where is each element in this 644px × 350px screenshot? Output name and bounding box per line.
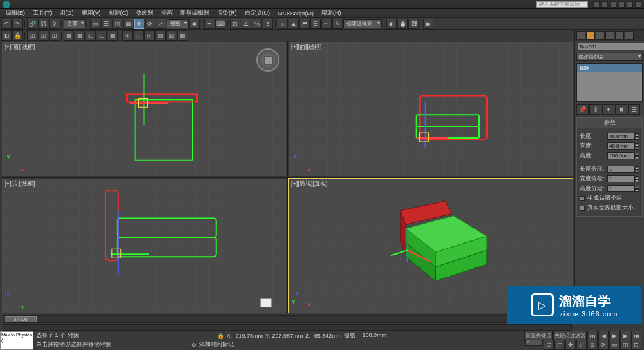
time-slider[interactable]: 0 / 100 [3,315,572,323]
real-world-checkbox[interactable] [580,206,585,211]
spinner-snap-button[interactable]: 3 [263,19,273,29]
selection-lock-button[interactable]: 🔒 [12,30,23,41]
percent-snap-button[interactable]: % [252,19,262,29]
icon-4[interactable] [618,1,625,8]
menu-tools[interactable]: 工具(T) [30,9,55,17]
menu-customize[interactable]: 自定义(U) [242,9,274,17]
nav-2[interactable]: ✥ [565,340,576,350]
curve-editor-button[interactable]: 〰 [321,19,332,29]
time-config-button[interactable]: ⏱ [544,340,554,350]
nav-6[interactable]: ▭ [609,340,620,350]
rendered-frame-button[interactable]: 🖼 [408,19,419,29]
unique-button[interactable]: ✦ [602,104,614,115]
maxscript-listener[interactable]: Max to Physics ( [0,331,33,350]
pin-stack-button[interactable]: 📌 [576,104,589,115]
add-time-tag[interactable]: 添加时间标记 [199,340,234,349]
schematic-button[interactable]: ✎ [332,19,343,29]
graphite-1[interactable]: ◫ [27,30,37,41]
selection-scope-dropdown[interactable]: 全部 [64,19,86,28]
wsegs-input[interactable] [607,175,634,182]
link-button[interactable]: 🔗 [27,19,37,29]
viewport-front[interactable]: [+][前][线框] z x [288,41,573,177]
material-editor-button[interactable]: ◐ [386,19,397,29]
selection-set-dropdown[interactable]: 创建选择集 [343,19,382,28]
current-frame-input[interactable] [525,340,543,346]
track-bar[interactable] [3,324,572,331]
graphite-2[interactable]: ◫ [38,30,48,41]
viewport-top[interactable]: [+][顶][线框] y x [1,41,287,177]
graphite-10[interactable]: ⊡ [133,30,144,41]
width-input[interactable] [607,142,634,150]
show-end-button[interactable]: ⅱ [589,104,601,115]
gen-uv-checkbox[interactable]: ✓ [580,196,585,201]
redo-button[interactable]: ↷ [12,19,23,29]
viewport-left[interactable]: [+][左][线框] z y [1,178,287,313]
graphite-13[interactable]: ▥ [166,30,176,41]
move-button[interactable]: ✥ [134,19,144,29]
lsegs-down[interactable]: ▾ [634,170,639,173]
width-down[interactable]: ▾ [634,146,639,150]
stack-item-box[interactable]: Box [577,64,642,72]
icon-3[interactable] [610,1,616,8]
graphite-9[interactable]: ⊞ [122,30,133,41]
named-set-button[interactable]: ⌂ [278,19,288,29]
icon-6[interactable] [635,1,641,8]
object-name-input[interactable] [578,43,644,50]
nav-7[interactable]: ◫ [620,340,630,350]
help-search-input[interactable] [536,1,588,8]
hsegs-input[interactable] [607,185,634,192]
modifier-stack[interactable]: Box [576,63,643,102]
lock-icon[interactable]: 🔒 [217,333,224,339]
menu-create[interactable]: 创建(C) [106,9,132,17]
modifier-list-dropdown[interactable]: 修改器列表 [576,53,643,61]
render-button[interactable]: ▶ [423,19,433,29]
graphite-14[interactable]: ▦ [177,30,187,41]
icon-2[interactable] [601,1,608,8]
nav-4[interactable]: ⊕ [587,340,598,350]
icon-5[interactable] [627,1,633,8]
graphite-8[interactable]: ▦ [108,30,118,41]
length-down[interactable]: ▾ [634,137,639,140]
menu-edit[interactable]: 编辑(E) [3,9,28,17]
menu-render[interactable]: 渲染(R) [214,9,240,17]
undo-button[interactable]: ↶ [1,19,12,29]
keyboard-button[interactable]: ⌨ [215,19,225,29]
menu-modifiers[interactable]: 修改器 [133,9,156,17]
menu-view[interactable]: 视图(V) [79,9,104,17]
menu-graph[interactable]: 图形编辑器 [177,9,213,17]
menu-maxscript[interactable]: MAXScript(M) [274,10,317,17]
menu-group[interactable]: 组(G) [57,9,77,17]
pivot-button[interactable]: ◉ [189,19,200,29]
configure-button[interactable]: ☰ [628,104,640,115]
viewport-front-label[interactable]: [+][前][线框] [291,43,321,52]
menu-help[interactable]: 帮助(H) [318,9,345,17]
lsegs-input[interactable] [607,166,634,173]
angle-snap-button[interactable]: ∠ [241,19,251,29]
viewport-left-label[interactable]: [+][左][线框] [5,180,35,188]
menu-animation[interactable]: 动画 [158,9,176,17]
mirror-button[interactable]: ▲ [289,19,299,29]
time-slider-handle[interactable]: 0 / 100 [5,316,37,322]
wsegs-down[interactable]: ▾ [634,179,639,182]
rollout-header-params[interactable]: 参数 [577,118,642,128]
graphite-11[interactable]: ⊞ [144,30,155,41]
window-crossing-button[interactable]: ▦ [123,19,133,29]
height-down[interactable]: ▾ [634,156,639,159]
graphite-7[interactable]: ▢ [97,30,107,41]
viewport-persp-label[interactable]: [+][透视][真实] [291,180,327,188]
bind-button[interactable]: ⚲ [49,19,59,29]
height-input[interactable] [607,152,634,159]
nav-8[interactable]: ⊡ [631,340,641,350]
tab-create[interactable] [576,31,585,40]
snap-button[interactable]: ⊡ [230,19,240,29]
render-setup-button[interactable]: 🍵 [397,19,408,29]
tab-motion[interactable] [605,31,614,40]
tab-hierarchy[interactable] [596,31,605,40]
graphite-6[interactable]: ◫ [86,30,96,41]
graphite-12[interactable]: ▤ [155,30,166,41]
isolate-button[interactable]: ◧ [1,30,12,41]
icon-1[interactable] [593,1,600,8]
viewport-top-label[interactable]: [+][顶][线框] [5,43,35,52]
tab-display[interactable] [615,31,624,40]
layers-button[interactable]: ☱ [310,19,321,29]
